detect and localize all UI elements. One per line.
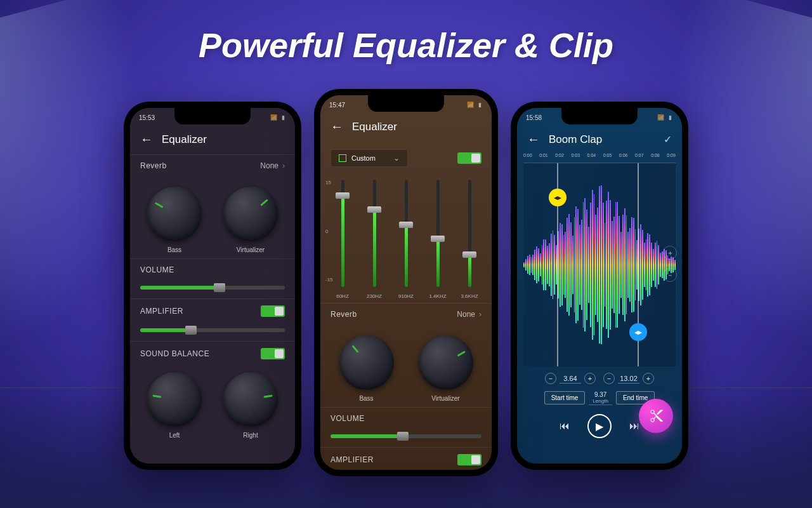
balance-right-knob[interactable] — [223, 372, 278, 427]
eq-scale-bottom: -15 — [325, 277, 333, 283]
zoom-out-icon[interactable]: － — [663, 268, 677, 282]
volume-label: VOLUME — [331, 414, 365, 423]
scissors-icon — [648, 408, 664, 424]
status-icons: 📶 ▮ — [657, 114, 673, 121]
back-icon[interactable]: ← — [331, 119, 343, 134]
reverb-value: None — [260, 161, 278, 170]
volume-slider[interactable] — [331, 434, 481, 438]
cut-fab-button[interactable] — [639, 399, 673, 433]
eq-scale-mid: 0 — [325, 229, 333, 234]
length-label: Length — [593, 398, 608, 404]
zoom-in-icon[interactable]: ＋ — [663, 246, 677, 260]
start-marker[interactable]: ◂▸ — [557, 163, 558, 366]
start-minus-button[interactable]: − — [545, 373, 556, 384]
chevron-down-icon: ⌄ — [393, 154, 400, 163]
eq-band-slider[interactable] — [341, 180, 344, 287]
bass-knob[interactable] — [339, 335, 394, 390]
amplifier-toggle[interactable] — [457, 454, 481, 465]
band-label: 230HZ — [367, 293, 382, 299]
bass-knob[interactable] — [147, 187, 202, 241]
balance-right-label: Right — [223, 432, 278, 439]
band-label: 3.6KHZ — [461, 293, 478, 299]
bass-knob-label: Bass — [147, 246, 202, 253]
balance-toggle[interactable] — [261, 348, 285, 359]
volume-slider[interactable] — [140, 286, 285, 290]
time-ruler: 0:000:010:020:030:040:050:060:070:080:09 — [523, 153, 676, 163]
virtualizer-knob[interactable] — [223, 187, 278, 241]
end-plus-button[interactable]: + — [643, 373, 654, 384]
song-title: Boom Clap — [549, 133, 602, 146]
status-icons: 📶 ▮ — [270, 114, 286, 121]
status-time: 15:47 — [329, 102, 345, 109]
back-icon[interactable]: ← — [140, 132, 153, 147]
start-handle-icon[interactable]: ◂▸ — [549, 189, 566, 206]
volume-label: VOLUME — [140, 265, 174, 274]
phone-notch — [368, 95, 444, 112]
phone-equalizer-dark: 15:53📶 ▮ ← Equalizer ReverbNone› Bass Vi… — [124, 102, 301, 470]
eq-band-slider[interactable] — [405, 180, 408, 287]
balance-left-label: Left — [147, 432, 202, 439]
chevron-right-icon: › — [479, 310, 481, 319]
preset-dropdown[interactable]: Custom⌄ — [331, 149, 408, 167]
confirm-icon[interactable]: ✓ — [664, 133, 672, 145]
status-time: 15:58 — [526, 114, 542, 121]
eq-band-slider[interactable] — [468, 180, 471, 287]
reverb-value: None — [457, 310, 475, 319]
phone-equalizer-brown: 15:47📶 ▮ ← Equalizer Custom⌄ 150-15 60HZ… — [314, 89, 498, 476]
waveform-area[interactable]: ◂▸ ◂▸ ＋ － — [523, 163, 676, 366]
length-value: 9.37 — [593, 391, 608, 398]
amplifier-label: AMPLIFIER — [140, 307, 183, 316]
preset-value: Custom — [351, 154, 376, 162]
headline: Powerful Equalizer & Clip — [0, 25, 812, 65]
phone-clip-editor: 15:58📶 ▮ ← Boom Clap ✓ 0:000:010:020:030… — [511, 102, 688, 470]
amplifier-toggle[interactable] — [261, 305, 285, 317]
status-icons: 📶 ▮ — [467, 102, 483, 108]
end-marker[interactable]: ◂▸ — [638, 163, 639, 366]
start-value[interactable]: 3.64 — [560, 374, 581, 384]
screen-title: Equalizer — [162, 133, 207, 146]
reverb-label: Reverb — [140, 161, 167, 170]
save-icon — [339, 154, 346, 162]
status-time: 15:53 — [139, 114, 155, 121]
virtualizer-knob-label: Virtualizer — [419, 395, 473, 402]
balance-left-knob[interactable] — [147, 372, 202, 427]
band-label: 910HZ — [398, 293, 414, 299]
sound-balance-label: SOUND BALANCE — [140, 349, 209, 358]
phone-notch — [561, 108, 638, 124]
previous-icon[interactable]: ⏮ — [560, 420, 570, 432]
amplifier-slider[interactable] — [140, 328, 285, 332]
play-button[interactable]: ▶ — [587, 414, 612, 438]
eq-bands: 150-15 60HZ 230HZ 910HZ 1.4KHZ 3.6KHZ — [320, 170, 492, 303]
reverb-row[interactable]: ReverbNone› — [130, 154, 295, 177]
band-label: 60HZ — [336, 293, 349, 299]
chevron-right-icon: › — [282, 161, 285, 170]
reverb-row[interactable]: ReverbNone› — [320, 303, 492, 325]
screen-title: Equalizer — [352, 121, 397, 133]
band-label: 1.4KHZ — [429, 293, 446, 299]
end-minus-button[interactable]: − — [603, 373, 615, 384]
eq-scale-top: 15 — [325, 180, 333, 185]
virtualizer-knob-label: Virtualizer — [223, 246, 278, 253]
amplifier-label: AMPLIFIER — [331, 455, 374, 464]
end-handle-icon[interactable]: ◂▸ — [629, 323, 647, 341]
next-icon[interactable]: ⏭ — [629, 420, 639, 432]
back-icon[interactable]: ← — [527, 132, 540, 147]
end-value[interactable]: 13.02 — [618, 374, 639, 384]
phone-notch — [174, 108, 251, 124]
equalizer-toggle[interactable] — [457, 152, 481, 164]
start-plus-button[interactable]: + — [584, 373, 596, 384]
start-time-button[interactable]: Start time — [544, 391, 586, 404]
virtualizer-knob[interactable] — [419, 335, 473, 390]
eq-band-slider[interactable] — [373, 180, 376, 287]
reverb-label: Reverb — [331, 310, 357, 319]
eq-band-slider[interactable] — [436, 180, 440, 287]
bass-knob-label: Bass — [339, 395, 394, 402]
